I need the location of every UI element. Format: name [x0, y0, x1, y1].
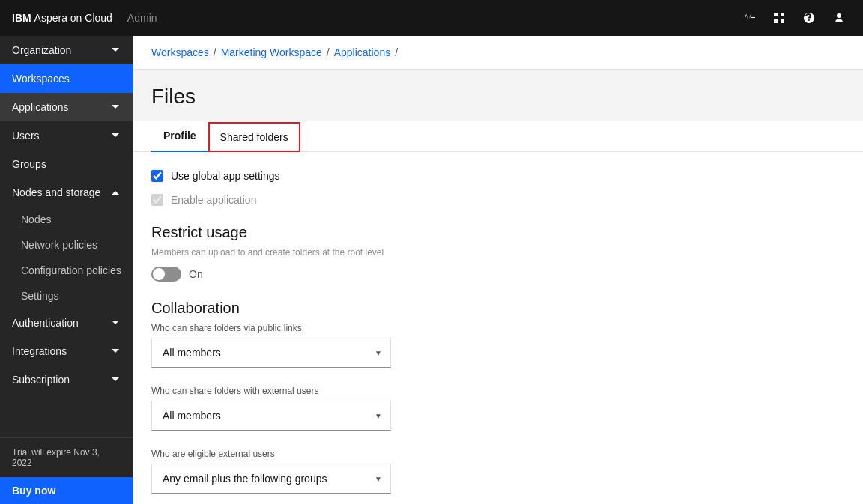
- breadcrumb-workspaces[interactable]: Workspaces: [151, 46, 209, 58]
- main-content: Workspaces / Marketing Workspace / Appli…: [133, 36, 863, 504]
- form-area: Use global app settings Enable applicati…: [133, 152, 863, 504]
- share-public-links-select[interactable]: All members Admins only Nobody: [151, 338, 391, 368]
- topbar-brand: IBM Aspera on Cloud: [12, 12, 112, 24]
- share-public-links-label: Who can share folders via public links: [151, 323, 845, 333]
- share-external-users-field: Who can share folders with external user…: [151, 386, 845, 431]
- eligible-external-users-field: Who are eligible external users Any emai…: [151, 449, 845, 494]
- svg-rect-0: [774, 13, 778, 16]
- eligible-external-users-select-wrapper: Any email plus the following groups Only…: [151, 464, 391, 494]
- topbar: IBM Aspera on Cloud Admin: [0, 0, 863, 36]
- share-external-users-label: Who can share folders with external user…: [151, 386, 845, 396]
- user-icon[interactable]: [827, 6, 851, 30]
- help-icon[interactable]: [797, 6, 821, 30]
- sidebar-item-users[interactable]: Users: [0, 121, 133, 150]
- enable-application-checkbox[interactable]: [151, 194, 163, 206]
- restrict-usage-desc: Members can upload to and create folders…: [151, 247, 845, 258]
- trial-expiry-text: Trial will expire Nov 3, 2022: [0, 437, 133, 477]
- page-title: Files: [151, 70, 845, 121]
- restrict-usage-toggle[interactable]: [151, 267, 181, 282]
- eligible-external-users-label: Who are eligible external users: [151, 449, 845, 459]
- sidebar-item-groups[interactable]: Groups: [0, 150, 133, 178]
- share-external-users-select[interactable]: All members Admins only Nobody: [151, 401, 391, 431]
- sidebar-item-workspaces[interactable]: Workspaces: [0, 64, 133, 93]
- page-body: Files Profile Shared folders Use global …: [133, 70, 863, 504]
- use-global-app-settings-checkbox[interactable]: [151, 170, 163, 182]
- enable-application-label: Enable application: [171, 194, 256, 206]
- chevron-down-icon: [109, 130, 121, 142]
- chevron-down-icon: [109, 101, 121, 113]
- apps-icon[interactable]: [767, 6, 791, 30]
- sidebar-item-nodes-and-storage[interactable]: Nodes and storage: [0, 178, 133, 207]
- eligible-external-users-select[interactable]: Any email plus the following groups Only…: [151, 464, 391, 494]
- share-public-links-select-wrapper: All members Admins only Nobody: [151, 338, 391, 368]
- chevron-down-icon: [109, 374, 121, 386]
- chevron-down-icon: [109, 345, 121, 357]
- sidebar: Organization Workspaces Applications Use…: [0, 36, 133, 504]
- enable-application-row: Enable application: [151, 194, 845, 206]
- sidebar-sub-item-nodes[interactable]: Nodes: [0, 207, 133, 232]
- breadcrumb-applications[interactable]: Applications: [334, 46, 391, 58]
- topbar-right: [737, 6, 851, 30]
- use-global-app-settings-label[interactable]: Use global app settings: [171, 170, 280, 182]
- sidebar-item-subscription[interactable]: Subscription: [0, 365, 133, 394]
- share-external-users-select-wrapper: All members Admins only Nobody: [151, 401, 391, 431]
- sidebar-item-applications[interactable]: Applications: [0, 93, 133, 121]
- sidebar-sub-item-config-policies[interactable]: Configuration policies: [0, 258, 133, 283]
- toggle-label: On: [189, 268, 203, 280]
- tab-profile[interactable]: Profile: [151, 121, 208, 152]
- sidebar-sub-item-settings[interactable]: Settings: [0, 283, 133, 309]
- chevron-down-icon: [109, 44, 121, 56]
- topbar-left: IBM Aspera on Cloud Admin: [12, 12, 157, 24]
- buy-now-button[interactable]: Buy now: [0, 477, 133, 504]
- svg-rect-2: [774, 19, 778, 23]
- svg-rect-3: [781, 19, 784, 23]
- sidebar-sub-item-network-policies[interactable]: Network policies: [0, 232, 133, 258]
- svg-rect-1: [781, 13, 784, 16]
- sidebar-item-organization[interactable]: Organization: [0, 36, 133, 64]
- breadcrumb-marketing-workspace[interactable]: Marketing Workspace: [221, 46, 322, 58]
- chevron-down-icon: [109, 317, 121, 329]
- tab-shared-folders[interactable]: Shared folders: [208, 122, 300, 152]
- restrict-usage-toggle-row: On: [151, 267, 845, 282]
- sidebar-item-authentication[interactable]: Authentication: [0, 309, 133, 337]
- activity-icon[interactable]: [737, 6, 761, 30]
- topbar-admin-label: Admin: [127, 12, 157, 24]
- chevron-up-icon: [109, 186, 121, 198]
- sidebar-item-integrations[interactable]: Integrations: [0, 337, 133, 365]
- breadcrumb: Workspaces / Marketing Workspace / Appli…: [133, 36, 863, 70]
- share-public-links-field: Who can share folders via public links A…: [151, 323, 845, 368]
- restrict-usage-title: Restrict usage: [151, 224, 845, 241]
- use-global-app-settings-row: Use global app settings: [151, 170, 845, 182]
- collaboration-title: Collaboration: [151, 300, 845, 317]
